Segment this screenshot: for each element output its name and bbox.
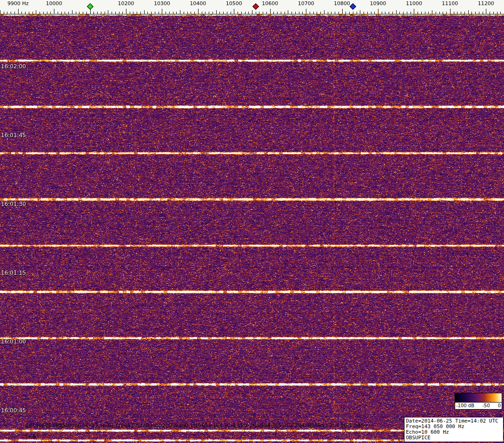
freq-tick-label: 10900 bbox=[370, 0, 386, 7]
freq-tick-label: 10400 bbox=[190, 0, 206, 7]
freq-tick-label: 10800 bbox=[334, 0, 350, 7]
frequency-ruler-ticks bbox=[0, 0, 504, 14]
freq-tick-label: 11000 bbox=[406, 0, 422, 7]
time-label: 16:02:00 bbox=[1, 63, 26, 70]
frequency-ruler: 9900 Hz100001020010300104001050010600107… bbox=[0, 0, 504, 14]
time-label: 16:00:45 bbox=[1, 407, 26, 414]
freq-tick-label: 10700 bbox=[298, 0, 314, 7]
legend-min-label: -100 dB bbox=[456, 403, 474, 408]
time-label: 16:01:30 bbox=[1, 201, 26, 207]
freq-tick-label: 11200 bbox=[478, 0, 494, 7]
freq-tick-label: 10500 bbox=[226, 0, 242, 7]
legend-mid-label: -50 bbox=[482, 403, 490, 408]
spectrogram-canvas bbox=[0, 14, 504, 443]
freq-tick-label: 10200 bbox=[118, 0, 134, 7]
cursor-annotation: ^t+40 bbox=[21, 434, 39, 440]
detection-log-text: 20140625140040016 hCnt3 nb-67 f10651 hit… bbox=[26, 423, 364, 429]
spectrogram-app: 9900 Hz100001020010300104001050010600107… bbox=[0, 0, 504, 443]
time-label: 16:01:15 bbox=[1, 270, 26, 276]
db-color-gradient bbox=[455, 393, 502, 403]
db-color-legend: -100 dB -50 0 bbox=[455, 393, 502, 410]
freq-tick-label: 11100 bbox=[442, 0, 458, 7]
freq-tick-label: 10600 bbox=[262, 0, 278, 7]
info-station-line: OBSUPICE bbox=[406, 435, 502, 441]
db-legend-labels: -100 dB -50 0 bbox=[455, 403, 502, 409]
time-label: 16:01:00 bbox=[1, 338, 26, 345]
time-label: 16:01:45 bbox=[1, 132, 26, 139]
legend-max-label: 0 bbox=[498, 403, 501, 408]
freq-tick-label: 9900 Hz bbox=[7, 0, 29, 7]
freq-tick-label: 10000 bbox=[46, 0, 62, 7]
freq-tick-label: 10300 bbox=[154, 0, 170, 7]
station-info-box: Date=2014-06-25 Time=14:02 UTC Freq=143 … bbox=[404, 417, 504, 442]
